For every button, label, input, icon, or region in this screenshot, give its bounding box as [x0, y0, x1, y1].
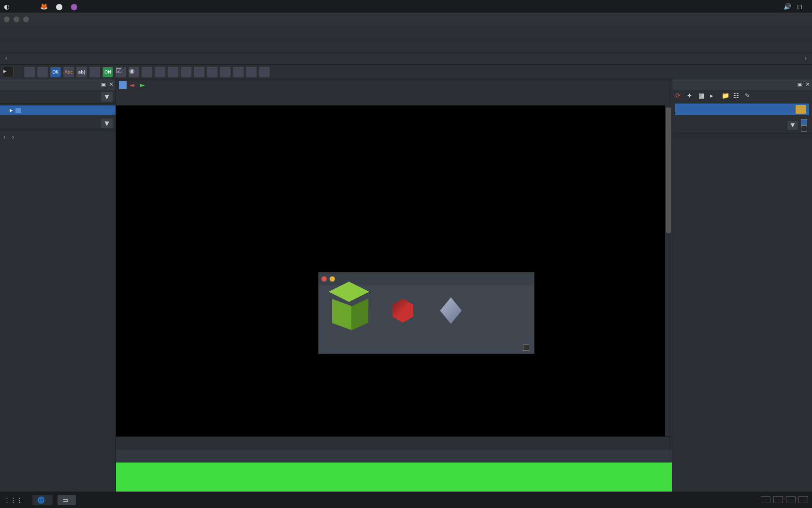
- component-icon[interactable]: [194, 67, 204, 77]
- dodecahedron-shape[interactable]: [391, 299, 415, 323]
- component-icon[interactable]: [24, 67, 35, 77]
- component-icon[interactable]: OK: [50, 67, 61, 77]
- toolbar-icon[interactable]: ✦: [687, 92, 695, 100]
- double-mass-checkbox[interactable]: [523, 344, 529, 351]
- property-grid[interactable]: [0, 144, 116, 492]
- prop-tab-scroll-right[interactable]: ›: [9, 133, 17, 141]
- palette-scroll-left[interactable]: ‹: [2, 54, 11, 62]
- distro-icon: ◐: [4, 3, 9, 10]
- filter-icon[interactable]: ▼: [101, 119, 113, 128]
- minimize-icon[interactable]: [330, 276, 335, 282]
- selection-tool-icon[interactable]: ▸: [3, 67, 14, 77]
- property-tabs: ‹ ›: [0, 130, 116, 144]
- component-icon[interactable]: [220, 67, 231, 77]
- close-icon[interactable]: [4, 16, 10, 22]
- panel-pin-icon[interactable]: ▣: [797, 81, 803, 88]
- vertical-scrollbar[interactable]: [665, 105, 672, 436]
- relative-paths-checkbox[interactable]: [801, 119, 807, 125]
- tray-icon[interactable]: ◻: [797, 3, 802, 10]
- component-icon[interactable]: [89, 67, 100, 77]
- toolbar-icon[interactable]: ✎: [745, 92, 753, 100]
- taskbar-button-form1[interactable]: ▭: [58, 495, 76, 505]
- component-icon[interactable]: ◉: [129, 67, 139, 77]
- maximize-icon[interactable]: [23, 16, 29, 22]
- component-icon[interactable]: ☑: [116, 67, 126, 77]
- component-icon[interactable]: [142, 67, 152, 77]
- editor-toolbar: ◄ ►: [116, 79, 672, 91]
- object-inspector-title: ▣✕: [0, 79, 116, 90]
- volume-icon[interactable]: 🔊: [783, 3, 791, 10]
- component-icon[interactable]: [246, 67, 257, 77]
- minimize-icon[interactable]: [14, 16, 19, 22]
- palette-scroll-right[interactable]: ›: [801, 54, 810, 62]
- projects-list[interactable]: [672, 138, 812, 492]
- toolbar-icon[interactable]: ▦: [698, 92, 706, 100]
- desktop-taskbar: ⋮⋮⋮ 🌀 ▭: [0, 492, 812, 508]
- component-icon[interactable]: [181, 67, 191, 77]
- example-projects-panel: ▣✕ ⟳ ✦ ▦ ▸ 📁 ☷ ✎ ▼: [672, 79, 812, 492]
- filter-icon[interactable]: ▼: [787, 121, 798, 130]
- firefox-icon[interactable]: 🦊: [40, 3, 48, 10]
- form-toggle-icon[interactable]: [119, 81, 127, 89]
- browse-folder-icon[interactable]: [796, 105, 806, 114]
- component-palette-tabs: ‹ ›: [0, 51, 812, 65]
- component-icon[interactable]: [37, 67, 48, 77]
- component-palette-row: ▸ OK Abc ab| ON ☑ ◉: [0, 65, 812, 79]
- tree-node-form[interactable]: ▸: [0, 105, 116, 115]
- prop-tab-scroll-left[interactable]: ‹: [0, 133, 9, 141]
- files-icon[interactable]: ⬤: [71, 3, 78, 10]
- running-form-window[interactable]: [318, 272, 535, 354]
- menu-icon[interactable]: ⋮⋮⋮: [4, 496, 23, 504]
- window-icon: ▭: [62, 496, 68, 504]
- component-icon[interactable]: ON: [102, 67, 113, 77]
- component-icon[interactable]: [155, 67, 165, 77]
- cube-shape[interactable]: [332, 294, 366, 328]
- main-menubar: [0, 26, 812, 39]
- refresh-icon[interactable]: ⟳: [675, 92, 683, 100]
- component-icon[interactable]: [259, 67, 270, 77]
- editor-file-tabs: [116, 91, 672, 105]
- component-icon[interactable]: [233, 67, 244, 77]
- terminal-icon[interactable]: ⬤: [56, 3, 63, 10]
- taskbar-button-ide[interactable]: 🌀: [32, 495, 53, 505]
- main-toolbar: [0, 39, 812, 51]
- toolbar-icon[interactable]: ☷: [733, 92, 741, 100]
- window-titlebar[interactable]: [0, 13, 812, 26]
- desktop-top-panel: ◐ 🦊 ⬤ ⬤ 🔊 ◻: [0, 0, 812, 13]
- source-editor-panel: ◄ ►: [116, 79, 672, 492]
- component-tree[interactable]: ▸: [0, 104, 116, 117]
- window-controls[interactable]: [4, 16, 29, 22]
- nav-back-icon[interactable]: ◄: [130, 81, 137, 89]
- panel-close-icon[interactable]: ✕: [804, 81, 811, 88]
- filter-icon[interactable]: ▼: [101, 92, 113, 102]
- folder-icon[interactable]: 📁: [722, 92, 729, 100]
- code-editor[interactable]: [116, 105, 672, 436]
- example-projects-title: ▣✕: [672, 79, 812, 90]
- component-icon[interactable]: ab|: [76, 67, 87, 77]
- toolbar-icon[interactable]: ▸: [710, 92, 718, 100]
- component-icon[interactable]: Abc: [63, 67, 74, 77]
- app-icon: 🌀: [37, 496, 45, 504]
- source-designer-tabs: [116, 436, 672, 450]
- close-icon[interactable]: [321, 276, 327, 282]
- octahedron-shape[interactable]: [440, 298, 462, 324]
- panel-close-icon[interactable]: ✕: [108, 81, 115, 88]
- projects-count: [672, 134, 812, 138]
- messages-panel[interactable]: [116, 463, 672, 492]
- multi-projects-checkbox[interactable]: [801, 125, 807, 132]
- panel-pin-icon[interactable]: ▣: [100, 81, 107, 88]
- component-icon[interactable]: [168, 67, 178, 77]
- workspace-switcher[interactable]: [761, 496, 808, 503]
- component-icon[interactable]: [207, 67, 218, 77]
- projects-toolbar: ⟳ ✦ ▦ ▸ 📁 ☷ ✎: [672, 90, 812, 102]
- nav-fwd-icon[interactable]: ►: [140, 81, 148, 89]
- object-inspector-panel: ▣✕ ▼ ▸ ▼ ‹ ›: [0, 79, 116, 492]
- editor-statusbar: [116, 450, 672, 463]
- project-path-input[interactable]: [675, 104, 809, 115]
